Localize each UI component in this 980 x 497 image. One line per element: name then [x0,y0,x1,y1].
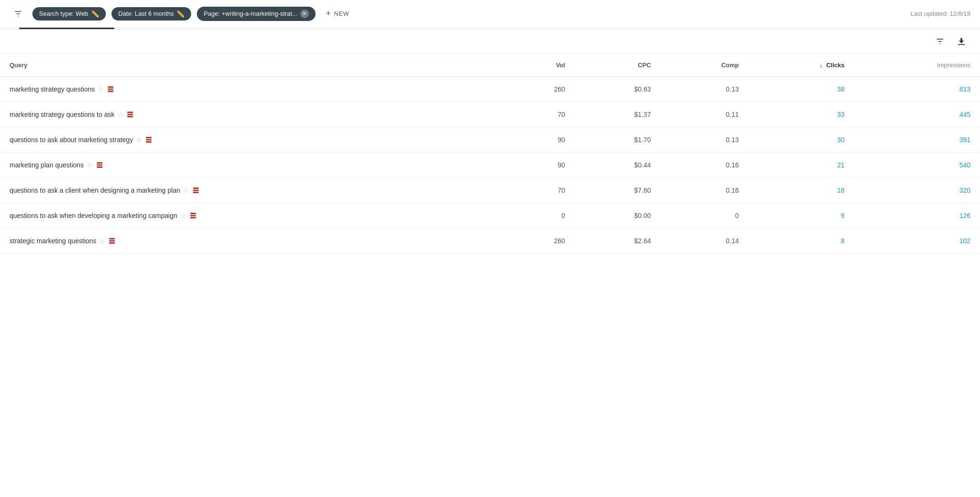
table-row: strategic marketing questions ☆ 260$2.64… [0,228,980,254]
stack-icon[interactable] [107,85,114,93]
cell-impressions[interactable]: 445 [854,102,980,127]
svg-rect-13 [146,137,152,138]
search-type-chip-label: Search type: Web [39,10,88,17]
table-row: questions to ask about marketing strateg… [0,127,980,153]
cell-vol: 90 [502,127,574,153]
cell-cpc: $2.64 [575,228,661,254]
cell-impressions[interactable]: 813 [854,77,980,102]
table-header-row: Query Vol CPC Comp ↓ Clicks Impressions [0,54,980,77]
svg-rect-20 [193,190,199,191]
date-edit-icon: ✏️ [176,10,184,18]
cell-impressions[interactable]: 126 [854,203,980,228]
search-type-chip[interactable]: Search type: Web ✏️ [32,7,106,21]
sort-arrow-icon: ↓ [819,62,823,69]
cell-query: questions to ask about marketing strateg… [0,127,502,153]
cell-query: strategic marketing questions ☆ [0,228,502,254]
table-row: marketing plan questions ☆ 90$0.440.1621… [0,153,980,178]
new-button[interactable]: + NEW [321,6,354,21]
svg-rect-26 [109,240,115,242]
cell-clicks[interactable]: 33 [748,102,854,127]
cell-cpc: $1.37 [575,102,661,127]
cell-cpc: $0.00 [575,203,661,228]
stack-icon[interactable] [108,237,116,245]
cell-vol: 90 [502,153,574,178]
cell-vol: 70 [502,102,574,127]
stack-icon[interactable] [192,186,200,194]
cell-clicks[interactable]: 8 [748,228,854,254]
top-bar: Search type: Web ✏️ Date: Last 6 months … [0,0,980,28]
star-icon[interactable]: ☆ [183,186,189,194]
cell-clicks[interactable]: 38 [748,77,854,102]
cell-cpc: $1.70 [575,127,661,153]
svg-rect-25 [109,238,115,239]
table-row: questions to ask a client when designing… [0,178,980,203]
cell-comp: 0.11 [661,102,748,127]
svg-rect-17 [97,165,102,166]
cell-impressions[interactable]: 102 [854,228,980,254]
cell-impressions[interactable]: 391 [854,127,980,153]
new-button-label: NEW [334,10,349,17]
cell-clicks[interactable]: 9 [748,203,854,228]
col-header-clicks[interactable]: ↓ Clicks [748,54,854,77]
svg-rect-15 [146,141,152,143]
svg-rect-11 [127,114,133,115]
star-icon[interactable]: ☆ [180,212,186,219]
cell-query: marketing strategy questions to ask ☆ [0,102,502,127]
svg-rect-23 [190,215,196,217]
star-icon[interactable]: ☆ [99,237,105,245]
cell-clicks[interactable]: 18 [748,178,854,203]
data-table-container: Query Vol CPC Comp ↓ Clicks Impressions [0,54,980,254]
filter-button[interactable] [10,7,27,21]
svg-rect-18 [97,166,102,168]
cell-query: questions to ask a client when designing… [0,178,502,203]
star-icon[interactable]: ☆ [117,111,123,118]
star-icon[interactable]: ☆ [87,161,93,169]
col-header-vol[interactable]: Vol [502,54,574,77]
col-header-cpc[interactable]: CPC [575,54,661,77]
cell-clicks[interactable]: 21 [748,153,854,178]
page-chip[interactable]: Page: +writing-a-marketing-strat... ✕ [197,7,315,21]
date-chip[interactable]: Date: Last 6 months ✏️ [112,7,191,21]
star-icon[interactable]: ☆ [136,136,142,144]
svg-rect-6 [958,44,965,45]
col-header-query: Query [0,54,502,77]
star-icon[interactable]: ☆ [98,85,104,93]
svg-rect-19 [193,187,199,189]
cell-comp: 0.13 [661,127,748,153]
cell-comp: 0.14 [661,228,748,254]
cell-impressions[interactable]: 320 [854,178,980,203]
cell-comp: 0 [661,203,748,228]
stack-icon[interactable] [96,161,103,169]
cell-query: questions to ask when developing a marke… [0,203,502,228]
query-text: questions to ask about marketing strateg… [10,136,133,144]
svg-rect-10 [127,112,133,113]
cell-comp: 0.16 [661,178,748,203]
page-chip-label: Page: +writing-a-marketing-strat... [204,10,297,17]
col-header-impressions[interactable]: Impressions [854,54,980,77]
cell-vol: 260 [502,228,574,254]
cell-comp: 0.16 [661,153,748,178]
toolbar-row [0,30,980,54]
cell-vol: 0 [502,203,574,228]
svg-rect-24 [190,217,196,218]
svg-rect-14 [146,139,152,141]
stack-icon[interactable] [189,212,197,219]
search-type-edit-icon: ✏️ [91,10,99,18]
plus-icon: + [326,9,331,19]
download-button[interactable] [954,34,969,49]
stack-icon[interactable] [126,111,134,118]
query-text: marketing strategy questions to ask [10,111,114,118]
cell-cpc: $0.44 [575,153,661,178]
cell-vol: 260 [502,77,574,102]
cell-impressions[interactable]: 540 [854,153,980,178]
cell-clicks[interactable]: 30 [748,127,854,153]
svg-rect-16 [97,162,102,164]
stack-icon[interactable] [145,136,153,144]
data-table: Query Vol CPC Comp ↓ Clicks Impressions [0,54,980,254]
col-header-comp[interactable]: Comp [661,54,748,77]
cell-query: marketing plan questions ☆ [0,153,502,178]
page-chip-close-icon[interactable]: ✕ [300,10,309,18]
svg-rect-9 [108,91,113,92]
query-text: questions to ask a client when designing… [10,186,180,194]
filter-columns-button[interactable] [933,35,947,48]
